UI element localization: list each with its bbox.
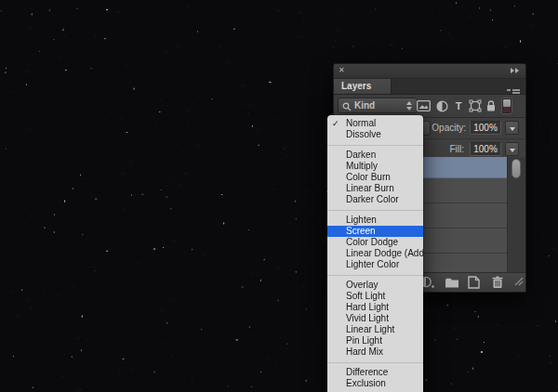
fill-value[interactable]: 100%: [470, 142, 501, 156]
menu-item-overlay[interactable]: Overlay: [327, 280, 423, 291]
filter-kind-label: Kind: [354, 98, 375, 112]
menu-item-linear-light[interactable]: Linear Light: [327, 324, 423, 335]
menu-separator: [327, 358, 423, 367]
menu-item-hard-light[interactable]: Hard Light: [327, 302, 423, 313]
menu-item-pin-light[interactable]: Pin Light: [327, 335, 423, 346]
menu-separator: [327, 270, 423, 280]
menu-item-dissolve[interactable]: Dissolve: [327, 129, 423, 140]
menu-separator: [327, 140, 423, 150]
caret-down-icon: [510, 149, 515, 152]
menu-item-hard-mix[interactable]: Hard Mix: [327, 346, 423, 358]
tab-layers[interactable]: Layers: [334, 79, 392, 94]
menu-item-darker-color[interactable]: Darker Color: [327, 194, 423, 205]
opacity-label: Opacity:: [432, 123, 466, 133]
menu-item-difference[interactable]: Difference: [327, 367, 423, 378]
checkmark-icon: ✓: [332, 118, 339, 129]
toggle-thumb: [503, 99, 511, 107]
stepper-icon: [406, 101, 412, 111]
close-icon[interactable]: ✕: [339, 66, 345, 75]
toggle-indicator: [503, 107, 511, 112]
menu-item-vivid-light[interactable]: Vivid Light: [327, 313, 423, 324]
filter-lock-icon[interactable]: [484, 98, 498, 113]
filter-adjustment-icon[interactable]: [434, 98, 449, 113]
filter-toggle-switch[interactable]: [501, 98, 512, 114]
menu-item-linear-burn[interactable]: Linear Burn: [327, 183, 423, 194]
menu-separator: [327, 205, 423, 215]
menu-item-darken[interactable]: Darken: [327, 150, 423, 161]
filter-image-icon[interactable]: [416, 98, 431, 113]
search-icon: [342, 101, 352, 115]
opacity-value[interactable]: 100%: [470, 121, 501, 135]
menu-item-soft-light[interactable]: Soft Light: [327, 291, 423, 302]
new-group-icon[interactable]: [445, 276, 459, 289]
scrollbar-track[interactable]: [507, 157, 525, 273]
blend-mode-menu: ✓ Normal Dissolve Darken Multiply Color …: [327, 115, 423, 392]
menu-item-color-dodge[interactable]: Color Dodge: [327, 237, 423, 248]
new-layer-icon[interactable]: [468, 276, 483, 289]
caret-down-icon: [510, 127, 515, 131]
opacity-dropdown-button[interactable]: [505, 121, 519, 135]
filter-type-icon[interactable]: T: [451, 98, 466, 113]
resize-grip[interactable]: [512, 273, 524, 290]
menu-item-lighter-color[interactable]: Lighter Color: [327, 259, 423, 270]
menu-item-normal[interactable]: ✓ Normal: [327, 118, 423, 129]
fill-label: Fill:: [449, 144, 464, 154]
panel-titlebar: ✕: [334, 64, 525, 79]
filter-shape-icon[interactable]: [468, 98, 483, 113]
menu-item-lighten[interactable]: Lighten: [327, 215, 423, 226]
collapse-panels-icon[interactable]: [511, 68, 519, 73]
menu-item-linear-dodge-add[interactable]: Linear Dodge (Add): [327, 248, 423, 259]
scrollbar-thumb[interactable]: [512, 159, 521, 178]
delete-layer-icon[interactable]: [491, 276, 506, 289]
panel-tabstrip: Layers: [334, 79, 525, 95]
menu-item-exclusion[interactable]: Exclusion: [327, 378, 423, 389]
fill-dropdown-button[interactable]: [505, 142, 519, 156]
menu-item-color-burn[interactable]: Color Burn: [327, 172, 423, 183]
menu-item-screen[interactable]: Screen: [327, 226, 423, 237]
menu-item-multiply[interactable]: Multiply: [327, 161, 423, 172]
filter-kind-select[interactable]: Kind: [338, 98, 418, 113]
